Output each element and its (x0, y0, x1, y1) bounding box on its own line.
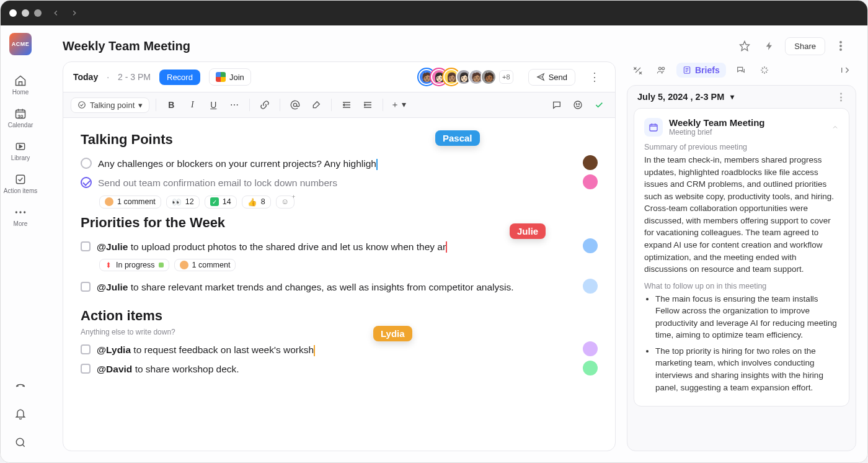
indent-in-icon[interactable] (359, 96, 376, 114)
chip-eyes[interactable]: 👀12 (166, 196, 200, 209)
line-author-avatar[interactable] (583, 238, 598, 253)
checked-circle-icon[interactable] (81, 177, 92, 188)
brief-collapse-icon[interactable] (831, 124, 839, 131)
attendee-avatars[interactable]: 🧑🏽 👩🏻 👩🏽 👩🏻 🧑🏽 🧑🏾 +8 (422, 69, 513, 85)
done-check-icon[interactable] (590, 96, 608, 114)
svg-point-11 (839, 48, 842, 51)
chip-status[interactable]: In progress (99, 259, 169, 271)
indent-out-icon[interactable] (338, 96, 355, 114)
mention-icon[interactable] (286, 96, 304, 114)
brief-summary-text: In the team check-in, members shared pro… (644, 154, 839, 276)
rail-item-home[interactable]: Home (1, 70, 40, 99)
chip-add-reaction[interactable]: ☺+ (276, 196, 295, 209)
link-icon[interactable] (256, 96, 273, 114)
home-icon (14, 74, 27, 88)
chip-comment[interactable]: 1 comment (174, 259, 236, 271)
brief-summary-label: Summary of previous meeting (644, 143, 839, 151)
share-button[interactable]: Share (785, 37, 825, 55)
doc-header: Weekly Team Meeting Share (40, 25, 867, 61)
checkbox-icon[interactable] (81, 344, 91, 354)
chevron-down-icon: ▾ (138, 101, 143, 110)
rp-tab-sparkle-icon[interactable] (756, 61, 773, 79)
calendar-icon: 30 (14, 107, 27, 120)
priority-item[interactable]: @Julie to share relevant market trends a… (81, 277, 598, 297)
collapse-panel-icon[interactable] (836, 61, 854, 79)
bold-button[interactable]: B (162, 96, 180, 114)
meeting-time: 2 - 3 PM (118, 72, 151, 82)
svg-point-12 (79, 102, 86, 109)
emoji-icon[interactable] (569, 96, 587, 114)
highlight-icon[interactable] (308, 96, 325, 114)
macos-titlebar (1, 1, 867, 25)
brief-followup-label: What to follow up on in this meeting (644, 282, 839, 290)
italic-button[interactable]: I (184, 96, 201, 114)
svg-point-6 (24, 211, 25, 213)
join-button[interactable]: Join (209, 68, 251, 86)
action-item[interactable]: @Lydia to request feedback on last week'… (81, 340, 598, 359)
library-icon (14, 140, 27, 153)
priority-item[interactable]: @Julie to upload product photos to the s… (81, 237, 598, 256)
traffic-min[interactable] (22, 9, 29, 17)
checkbox-icon[interactable] (81, 282, 91, 292)
brief-title: Weekly Team Meeting (669, 117, 765, 128)
chip-check[interactable]: ✓14 (205, 196, 237, 209)
chip-comment[interactable]: 1 comment (99, 196, 161, 209)
bolt-icon[interactable] (760, 37, 779, 55)
svg-point-7 (16, 438, 24, 446)
record-button[interactable]: Record (159, 70, 200, 85)
section-priorities: Priorities for the Week (81, 215, 598, 231)
rp-tab-people-icon[interactable] (653, 61, 670, 79)
bell-icon[interactable] (14, 402, 27, 426)
line-author-avatar[interactable] (583, 361, 598, 375)
rail-bottom-icon-1[interactable] (14, 373, 27, 398)
rp-tab-chat-icon[interactable] (732, 61, 750, 79)
rp-tab-briefs[interactable]: Briefs (676, 63, 726, 78)
block-type-select[interactable]: Talking point ▾ (71, 97, 149, 113)
nav-forward-icon[interactable] (70, 9, 79, 17)
rp-tab-wand-icon[interactable] (629, 61, 647, 79)
talking-point-item[interactable]: Send out team confirmation email to lock… (81, 173, 598, 192)
comment-icon[interactable] (548, 96, 565, 114)
right-panel: Briefs July 5, (627, 61, 856, 451)
svg-rect-20 (650, 124, 657, 131)
traffic-close[interactable] (9, 9, 17, 17)
search-icon[interactable] (14, 430, 27, 455)
nav-back-icon[interactable] (51, 9, 60, 17)
header-more-icon[interactable] (831, 37, 850, 55)
app-logo[interactable]: ACME (9, 33, 32, 55)
action-item[interactable]: @David to share workshop deck. (81, 359, 598, 379)
svg-marker-2 (19, 145, 22, 148)
rail-item-more[interactable]: More (1, 202, 40, 231)
doc-title[interactable]: Weekly Team Meeting (63, 39, 190, 53)
add-block-icon[interactable]: ＋ ▾ (389, 96, 407, 114)
line-author-avatar[interactable] (583, 174, 598, 189)
checkbox-icon[interactable] (81, 241, 91, 251)
send-button[interactable]: Send (528, 69, 575, 86)
doc-body[interactable]: Talking Points Any challenges or blocker… (63, 118, 615, 451)
chip-thumb[interactable]: 👍8 (242, 196, 271, 209)
brief-more-icon[interactable]: ⋮ (836, 92, 846, 102)
traffic-max[interactable] (34, 9, 42, 17)
checkbox-icon[interactable] (81, 364, 91, 374)
meeting-date: Today (73, 72, 98, 82)
unchecked-circle-icon[interactable] (81, 158, 92, 169)
rail-item-action-items[interactable]: Action items (1, 169, 40, 198)
brief-date-select[interactable]: July 5, 2024 , 2-3 PM ▾ ⋮ (627, 86, 856, 108)
chevron-down-icon: ▾ (730, 92, 734, 101)
line-author-avatar[interactable] (583, 279, 598, 294)
rail-item-calendar[interactable]: 30 Calendar (1, 103, 40, 132)
more-format-icon[interactable]: ⋯ (226, 96, 243, 114)
section-talking-points: Talking Points (81, 132, 598, 148)
check-square-icon (14, 173, 27, 186)
star-icon[interactable] (735, 37, 754, 55)
meeting-bar-more-icon[interactable]: ⋮ (584, 70, 605, 84)
line-author-avatar[interactable] (583, 155, 598, 170)
rail-item-library[interactable]: Library (1, 136, 40, 165)
line-author-avatar[interactable] (583, 341, 598, 356)
attendee-overflow[interactable]: +8 (499, 70, 513, 84)
talking-point-item[interactable]: Any challenges or blockers on your curre… (81, 154, 598, 173)
brief-card: Weekly Team Meeting Meeting brief Summar… (634, 108, 849, 407)
underline-button[interactable]: U (205, 96, 222, 114)
svg-point-9 (839, 41, 842, 43)
brief-subtitle: Meeting brief (669, 128, 765, 137)
